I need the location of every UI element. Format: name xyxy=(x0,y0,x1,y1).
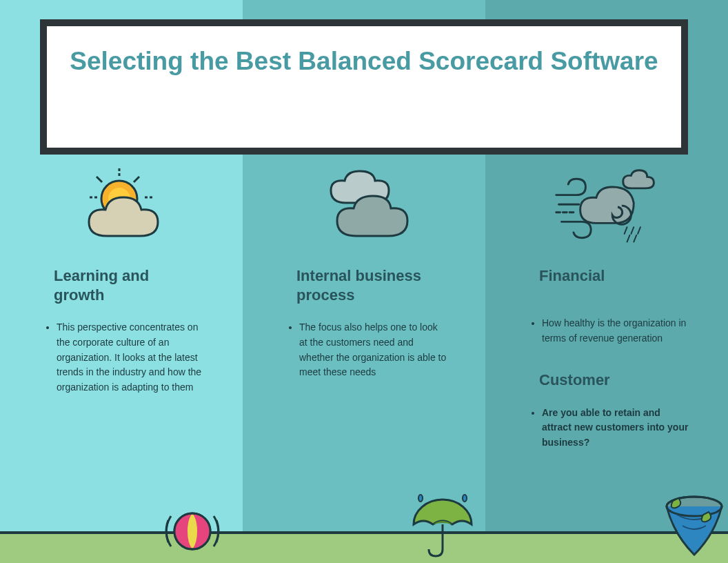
svg-line-11 xyxy=(631,227,634,234)
sun-cloud-icon xyxy=(64,174,178,243)
wind-cloud-rain-icon xyxy=(549,174,663,243)
svg-line-2 xyxy=(134,177,139,182)
tornado-funnel-icon xyxy=(663,494,725,559)
column-process: Internal business process The focus also… xyxy=(250,174,477,380)
page-title: Selecting the Best Balanced Scorecard So… xyxy=(47,26,681,77)
svg-line-13 xyxy=(627,235,629,242)
column-financial: Financial How healthy is the organizatio… xyxy=(492,174,720,451)
column-learning: Learning and growth This perspective con… xyxy=(7,174,234,395)
beach-ball-icon xyxy=(164,502,221,559)
heading-process: Internal business process xyxy=(296,266,437,305)
heading-financial: Financial xyxy=(539,266,680,286)
svg-point-18 xyxy=(418,495,423,502)
svg-line-14 xyxy=(634,235,636,242)
bullet-process: The focus also helps one to look at the … xyxy=(299,320,447,380)
heading-learning: Learning and growth xyxy=(54,266,194,305)
svg-line-10 xyxy=(624,227,627,234)
heading-customer: Customer xyxy=(539,371,680,390)
title-card: Selecting the Best Balanced Scorecard So… xyxy=(40,19,688,155)
svg-line-12 xyxy=(638,227,640,234)
svg-point-19 xyxy=(463,495,467,502)
bullet-financial: How healthy is the organization in terms… xyxy=(542,316,689,346)
bullet-learning: This perspective concentrates on the cor… xyxy=(57,320,204,395)
svg-line-1 xyxy=(97,177,102,182)
umbrella-icon xyxy=(408,494,477,559)
clouds-icon xyxy=(307,174,421,243)
bullet-customer: Are you able to retain and attract new c… xyxy=(542,406,689,451)
infographic-canvas: Selecting the Best Balanced Scorecard So… xyxy=(0,0,728,563)
footer-strip xyxy=(0,531,728,563)
